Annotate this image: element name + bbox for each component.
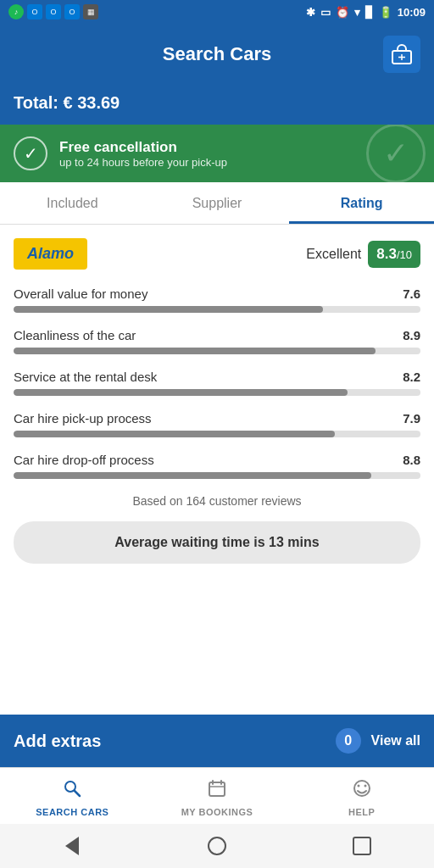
- system-nav: [0, 824, 434, 868]
- rating-label-0: Overall value for money: [14, 287, 147, 301]
- search-cars-label: SEARCH CARS: [36, 807, 108, 817]
- free-cancel-text: Free cancellation up to 24 hours before …: [59, 139, 227, 169]
- rating-label-3: Car hire pick-up process: [14, 411, 152, 426]
- progress-fill-2: [14, 389, 348, 396]
- check-icon: ✓: [14, 136, 47, 170]
- free-cancel-title: Free cancellation: [59, 139, 227, 156]
- progress-bar-4: [14, 472, 420, 479]
- rating-panel: Alamo Excellent 8.3/10 Overall value for…: [0, 225, 434, 715]
- free-cancel-subtitle: up to 24 hours before your pick-up: [59, 156, 227, 169]
- tabs: Included Supplier Rating: [0, 182, 434, 225]
- my-bookings-icon: [207, 778, 227, 804]
- rating-item-1: Cleanliness of the car 8.9: [14, 328, 420, 354]
- rating-badge-area: Excellent 8.3/10: [306, 241, 420, 268]
- progress-fill-3: [14, 431, 335, 437]
- add-extras-bar: Add extras 0 View all: [0, 715, 434, 767]
- wifi-icon: ▾: [354, 6, 360, 19]
- status-bar-right: ✱ ▭ ⏰ ▾ ▊ 🔋 10:09: [306, 6, 426, 19]
- outlook3-icon: O: [64, 4, 80, 19]
- view-all-button[interactable]: View all: [371, 733, 420, 748]
- help-icon: [352, 778, 372, 804]
- svg-point-11: [364, 785, 366, 787]
- alamo-logo: Alamo: [14, 238, 87, 270]
- nav-help[interactable]: HELP: [289, 775, 434, 821]
- svg-line-4: [75, 791, 80, 796]
- recents-button[interactable]: [350, 834, 374, 858]
- svg-point-10: [357, 785, 359, 787]
- rating-item-3: Car hire pick-up process 7.9: [14, 411, 420, 437]
- tab-included[interactable]: Included: [0, 182, 145, 224]
- add-extras-title: Add extras: [14, 732, 101, 751]
- battery-icon: 🔋: [379, 6, 392, 19]
- basket-button[interactable]: [383, 36, 420, 73]
- rating-label-2: Service at the rental desk: [14, 370, 157, 384]
- total-bar: Total: € 33.69: [0, 85, 434, 125]
- extras-count: 0: [336, 728, 361, 754]
- nav-my-bookings[interactable]: MY BOOKINGS: [145, 775, 290, 821]
- signal-icon: ▊: [365, 6, 374, 19]
- rating-max: /10: [397, 248, 412, 261]
- status-bar-left: ♪ O O O ▦: [8, 4, 98, 19]
- total-amount: Total: € 33.69: [14, 93, 120, 113]
- help-label: HELP: [348, 807, 375, 817]
- rating-value-2: 8.2: [403, 370, 420, 384]
- progress-fill-0: [14, 306, 323, 313]
- sim-icon: ▭: [320, 6, 331, 19]
- progress-bar-2: [14, 389, 420, 396]
- progress-bar-0: [14, 306, 420, 313]
- rating-value-4: 8.8: [403, 453, 420, 467]
- progress-fill-1: [14, 348, 376, 354]
- tab-rating[interactable]: Rating: [289, 182, 434, 224]
- svg-rect-5: [209, 782, 225, 796]
- rating-label-1: Cleanliness of the car: [14, 328, 136, 342]
- rating-item-0: Overall value for money 7.6: [14, 287, 420, 313]
- rating-value: 8.3: [376, 246, 397, 262]
- progress-bar-1: [14, 348, 420, 354]
- tab-supplier[interactable]: Supplier: [145, 182, 290, 224]
- reviews-text: Based on 164 customer reviews: [14, 494, 420, 508]
- rating-value-1: 8.9: [403, 328, 420, 342]
- my-bookings-label: MY BOOKINGS: [181, 807, 253, 817]
- rating-value-0: 7.6: [403, 287, 420, 301]
- rating-item-2: Service at the rental desk 8.2: [14, 370, 420, 396]
- progress-fill-4: [14, 472, 371, 479]
- outlook1-icon: O: [27, 4, 42, 19]
- nav-search-cars[interactable]: SEARCH CARS: [0, 775, 145, 821]
- bottom-nav: SEARCH CARS MY BOOKINGS HELP: [0, 767, 434, 824]
- search-cars-icon: [62, 778, 82, 804]
- back-button[interactable]: [60, 834, 84, 858]
- bluetooth-icon: ✱: [306, 6, 315, 19]
- spotify-icon: ♪: [8, 4, 24, 19]
- status-bar: ♪ O O O ▦ ✱ ▭ ⏰ ▾ ▊ 🔋 10:09: [0, 0, 434, 24]
- rating-value-3: 7.9: [403, 411, 420, 426]
- alarm-icon: ⏰: [336, 6, 349, 19]
- page-title: Search Cars: [51, 43, 383, 65]
- average-waiting: Average waiting time is 13 mins: [14, 521, 420, 564]
- rating-badge: 8.3/10: [368, 241, 420, 268]
- rating-label: Excellent: [306, 247, 361, 262]
- supplier-row: Alamo Excellent 8.3/10: [14, 238, 420, 270]
- photo-icon: ▦: [83, 4, 98, 19]
- watermark-check-icon: ✓: [366, 125, 426, 182]
- rating-label-4: Car hire drop-off process: [14, 453, 154, 467]
- rating-item-4: Car hire drop-off process 8.8: [14, 453, 420, 479]
- time: 10:09: [398, 6, 426, 19]
- header: Search Cars: [0, 24, 434, 85]
- add-extras-right: 0 View all: [336, 728, 420, 754]
- free-cancellation-banner: ✓ Free cancellation up to 24 hours befor…: [0, 125, 434, 182]
- progress-bar-3: [14, 431, 420, 437]
- outlook2-icon: O: [46, 4, 61, 19]
- home-button[interactable]: [205, 834, 229, 858]
